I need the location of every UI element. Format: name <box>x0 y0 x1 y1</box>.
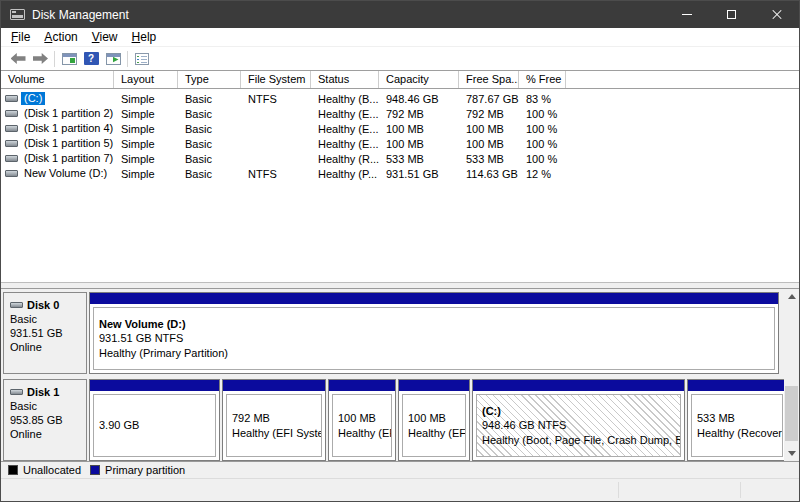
partition-color-bar <box>329 380 395 391</box>
volume-row[interactable]: (Disk 1 partition 5) Simple Basic Health… <box>1 136 799 151</box>
partition-block[interactable]: 3.90 GB <box>89 379 220 461</box>
disk-row: Disk 1 Basic 953.85 GB Online 3.90 GB 79… <box>3 379 784 461</box>
column-header-capacity[interactable]: Capacity <box>379 71 459 88</box>
menu-item-view[interactable]: View <box>85 28 125 46</box>
volume-type: Basic <box>178 123 241 135</box>
graphical-view: Disk 0 Basic 931.51 GB Online New Volume… <box>1 289 799 461</box>
properties-button[interactable] <box>131 49 153 69</box>
back-button[interactable] <box>7 49 29 69</box>
volume-layout: Simple <box>114 108 178 120</box>
menu-item-file[interactable]: File <box>4 28 37 46</box>
scroll-up-button[interactable] <box>784 289 799 304</box>
partition-block[interactable]: 533 MBHealthy (Recovery P <box>687 379 784 461</box>
help-button[interactable]: ? <box>80 49 102 69</box>
partition-block[interactable]: New Volume (D:)931.51 GB NTFSHealthy (Pr… <box>89 292 779 374</box>
volume-type: Basic <box>178 93 241 105</box>
scroll-down-icon <box>788 451 796 456</box>
volume-capacity: 100 MB <box>379 138 459 150</box>
column-header-free-spa[interactable]: Free Spa... <box>459 71 519 88</box>
toolbar-separator <box>54 51 55 67</box>
legend-item: Primary partition <box>90 464 185 476</box>
volume-name: (Disk 1 partition 5) <box>21 137 114 150</box>
toolbar-separator <box>127 51 128 67</box>
volume-status: Healthy (E... <box>311 138 379 150</box>
column-header-file-system[interactable]: File System <box>241 71 311 88</box>
volume-row[interactable]: (Disk 1 partition 7) Simple Basic Health… <box>1 151 799 166</box>
maximize-button[interactable] <box>709 1 754 28</box>
volume-icon <box>5 110 18 117</box>
menu-item-help[interactable]: Help <box>125 28 164 46</box>
forward-button[interactable] <box>29 49 51 69</box>
maximize-icon <box>727 10 736 19</box>
partition-info: 100 MBHealthy (EFI <box>402 394 466 457</box>
console-tree-button[interactable] <box>58 49 80 69</box>
column-header-filler[interactable] <box>566 71 799 88</box>
column-header-status[interactable]: Status <box>311 71 379 88</box>
partition-color-bar <box>223 380 325 391</box>
action-pane-button[interactable] <box>102 49 124 69</box>
partition-info: 3.90 GB <box>93 394 216 457</box>
partition-block[interactable]: (C:)948.46 GB NTFSHealthy (Boot, Page Fi… <box>472 379 685 461</box>
pane-splitter[interactable] <box>1 282 799 289</box>
volume-icon <box>5 125 18 132</box>
disk-type: Basic <box>10 312 86 326</box>
partition-color-bar <box>688 380 784 391</box>
volume-capacity: 792 MB <box>379 108 459 120</box>
volume-capacity: 100 MB <box>379 123 459 135</box>
volume-table-header: VolumeLayoutTypeFile SystemStatusCapacit… <box>1 71 799 89</box>
column-header-free[interactable]: % Free <box>519 71 566 88</box>
disk-size: 953.85 GB <box>10 413 86 427</box>
partition-block[interactable]: 100 MBHealthy (EFI <box>398 379 470 461</box>
volume-type: Basic <box>178 108 241 120</box>
back-arrow-icon <box>11 53 26 64</box>
menu-item-action[interactable]: Action <box>37 28 84 46</box>
close-button[interactable] <box>754 1 799 28</box>
volume-percent-free: 100 % <box>519 108 566 120</box>
partition-info: 100 MBHealthy (EFI <box>332 394 392 457</box>
volume-name: (Disk 1 partition 7) <box>21 152 114 165</box>
disk-graph-area: Disk 0 Basic 931.51 GB Online New Volume… <box>1 289 784 461</box>
scrollbar-track[interactable] <box>784 304 799 446</box>
vertical-scrollbar[interactable] <box>784 289 799 461</box>
window-title: Disk Management <box>32 8 129 22</box>
legend-swatch-icon <box>90 465 100 475</box>
volume-free-space: 787.67 GB <box>459 93 519 105</box>
partition-color-bar <box>90 293 778 304</box>
volume-free-space: 533 MB <box>459 153 519 165</box>
volume-layout: Simple <box>114 168 178 180</box>
volume-type: Basic <box>178 138 241 150</box>
title-bar: Disk Management <box>1 1 799 28</box>
disk-status: Online <box>10 427 86 441</box>
column-header-type[interactable]: Type <box>178 71 241 88</box>
volume-type: Basic <box>178 153 241 165</box>
partition-info: (C:)948.46 GB NTFSHealthy (Boot, Page Fi… <box>476 394 681 457</box>
status-bar <box>1 478 799 501</box>
status-separator <box>740 482 741 498</box>
partition-block[interactable]: 100 MBHealthy (EFI <box>328 379 396 461</box>
column-header-layout[interactable]: Layout <box>114 71 178 88</box>
volume-row[interactable]: (Disk 1 partition 4) Simple Basic Health… <box>1 121 799 136</box>
partition-info: New Volume (D:)931.51 GB NTFSHealthy (Pr… <box>93 307 775 370</box>
disk-row: Disk 0 Basic 931.51 GB Online New Volume… <box>3 292 784 374</box>
volume-percent-free: 83 % <box>519 93 566 105</box>
disk-label-disk-0[interactable]: Disk 0 Basic 931.51 GB Online <box>3 292 87 374</box>
volume-name: New Volume (D:) <box>21 167 110 180</box>
partition-block[interactable]: 792 MBHealthy (EFI System <box>222 379 326 461</box>
disk-icon <box>10 389 23 395</box>
volume-row[interactable]: New Volume (D:) Simple Basic NTFS Health… <box>1 166 799 181</box>
column-header-volume[interactable]: Volume <box>1 71 114 88</box>
minimize-button[interactable] <box>664 1 709 28</box>
properties-icon <box>135 53 149 65</box>
disk-management-window: Disk Management FileActionViewHelp ? Vol… <box>0 0 800 502</box>
disk-label-disk-1[interactable]: Disk 1 Basic 953.85 GB Online <box>3 379 87 461</box>
volume-filesystem: NTFS <box>241 93 311 105</box>
volume-row[interactable]: (C:) Simple Basic NTFS Healthy (B... 948… <box>1 91 799 106</box>
toolbar: ? <box>1 47 799 71</box>
volume-free-space: 100 MB <box>459 123 519 135</box>
volume-row[interactable]: (Disk 1 partition 2) Simple Basic Health… <box>1 106 799 121</box>
volume-percent-free: 12 % <box>519 168 566 180</box>
close-icon <box>771 9 783 21</box>
scrollbar-thumb[interactable] <box>785 386 798 441</box>
scroll-down-button[interactable] <box>784 446 799 461</box>
volume-status: Healthy (E... <box>311 108 379 120</box>
